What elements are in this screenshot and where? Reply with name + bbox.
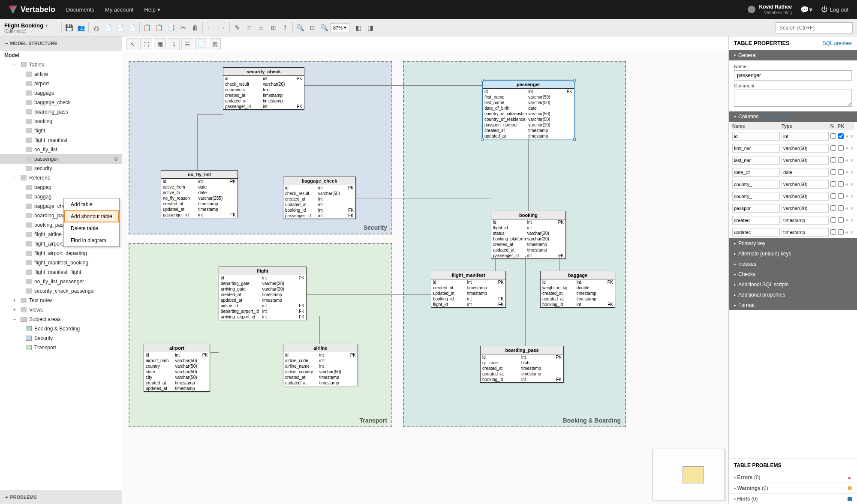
tree-table-flight_manifest[interactable]: flight_manifest xyxy=(0,135,122,145)
col-row[interactable]: ▾ ✕ xyxy=(731,154,854,166)
problems-errors[interactable]: Errors (0)▲ xyxy=(729,472,857,483)
model-structure-header[interactable]: MODEL STRUCTURE xyxy=(0,36,122,51)
chevron-down-icon[interactable]: ▾ xyxy=(846,134,848,139)
tree-sa-transport[interactable]: Transport xyxy=(0,343,122,352)
note-tool[interactable]: 📄 xyxy=(195,38,207,50)
col-row[interactable]: ▾ ✕ xyxy=(731,214,854,226)
pointer-tool[interactable]: ↖ xyxy=(126,38,138,50)
col-row[interactable]: ▾ ✕ xyxy=(731,142,854,154)
sql-preview-link[interactable]: SQL preview xyxy=(823,40,852,46)
er-boarding-pass[interactable]: boarding_passidintPKqr_codeblobcreated_a… xyxy=(480,346,564,383)
nav-account[interactable]: My account xyxy=(105,6,133,13)
section-additional-sql-scripts[interactable]: Additional SQL scripts xyxy=(729,279,857,290)
tree-table-baggage_check[interactable]: baggage_check xyxy=(0,98,122,107)
panel-left-icon[interactable]: ◧ xyxy=(352,22,364,34)
table-problems-header[interactable]: TABLE PROBLEMS xyxy=(729,459,857,472)
col-name-input[interactable] xyxy=(732,168,780,177)
tree-ref-flight_manifest_flight[interactable]: flight_manifest_flight xyxy=(0,267,122,277)
tree-table-baggage[interactable]: baggage xyxy=(0,88,122,98)
col-type-input[interactable] xyxy=(782,204,829,213)
panel-right-icon[interactable]: ◨ xyxy=(364,22,376,34)
zoom-in-icon[interactable]: 🔍 xyxy=(294,22,306,34)
section-format[interactable]: Format xyxy=(729,300,857,310)
col-n-checkbox[interactable] xyxy=(830,157,836,163)
delete-icon[interactable]: ✕ xyxy=(850,134,854,139)
zoom-out-icon[interactable]: 🔍 xyxy=(318,22,330,34)
print-icon[interactable]: 🖨 xyxy=(90,22,102,34)
save-icon[interactable]: 💾 xyxy=(63,22,75,34)
menu-delete-table[interactable]: Delete table xyxy=(64,222,119,234)
delete-icon[interactable]: ✕ xyxy=(850,218,854,223)
col-n-checkbox[interactable] xyxy=(830,193,836,199)
tree-tables[interactable]: −Tables xyxy=(0,60,122,69)
er-flight[interactable]: flightidintPKdeparting_gatevarchar(20)ar… xyxy=(219,267,307,320)
align-icon[interactable]: ≡ xyxy=(243,22,255,34)
add-column-link[interactable]: + Add column xyxy=(761,114,789,119)
section-alternate-unique-keys[interactable]: Alternate (unique) keys xyxy=(729,249,857,259)
duplicate-icon[interactable]: 📑 xyxy=(165,22,177,34)
section-indexes[interactable]: Indexes xyxy=(729,259,857,269)
menu-find-in-diagram[interactable]: Find in diagram xyxy=(64,234,119,246)
tree-views[interactable]: +Views xyxy=(0,305,122,315)
col-name-input[interactable] xyxy=(732,228,780,237)
delete-icon[interactable]: 🗑 xyxy=(189,22,201,34)
arrange-icon[interactable]: ⊞ xyxy=(267,22,279,34)
cut-icon[interactable]: ✂ xyxy=(177,22,189,34)
col-type-input[interactable] xyxy=(782,228,829,237)
col-row[interactable]: ▾ ✕ xyxy=(731,130,854,142)
col-pk-checkbox[interactable] xyxy=(838,157,844,163)
er-passenger[interactable]: passengeridintPKfirst_namevarchar(50)las… xyxy=(482,80,574,139)
delete-icon[interactable]: ✕ xyxy=(850,146,854,151)
problems-hints[interactable]: Hints (0) xyxy=(729,493,857,504)
tree-table-airport[interactable]: airport xyxy=(0,79,122,88)
col-type-input[interactable] xyxy=(782,168,829,177)
tree-table-booking[interactable]: booking xyxy=(0,117,122,126)
section-additional-properties[interactable]: Additional properties xyxy=(729,290,857,300)
col-type-input[interactable] xyxy=(782,156,829,165)
col-n-checkbox[interactable] xyxy=(830,133,836,139)
chevron-down-icon[interactable]: ▾ xyxy=(846,194,848,199)
minimap-viewport[interactable] xyxy=(683,466,704,483)
delete-icon[interactable]: ✕ xyxy=(850,194,854,199)
align2-icon[interactable]: ≣ xyxy=(255,22,267,34)
zoom-fit-icon[interactable]: ⊡ xyxy=(306,22,318,34)
col-pk-checkbox[interactable] xyxy=(838,229,844,235)
chevron-down-icon[interactable]: ▾ xyxy=(846,206,848,211)
tree-ref-flight_airport_departing[interactable]: flight_airport_departing xyxy=(0,249,122,258)
tree-table-airline[interactable]: airline xyxy=(0,69,122,79)
col-n-checkbox[interactable] xyxy=(830,181,836,187)
tree-ref-flight_manifest_booking[interactable]: flight_manifest_booking xyxy=(0,258,122,267)
col-name-input[interactable] xyxy=(732,132,780,141)
tree-root-model[interactable]: Model xyxy=(0,51,122,60)
col-type-input[interactable] xyxy=(782,192,829,201)
col-row[interactable]: ▾ ✕ xyxy=(731,166,854,178)
tree-table-boarding_pass[interactable]: boarding_pass xyxy=(0,107,122,117)
logout-button[interactable]: ⏻ Log out xyxy=(821,6,848,13)
section-columns[interactable]: Columns+ Add column xyxy=(729,111,857,122)
copy-icon[interactable]: 📋 xyxy=(141,22,153,34)
col-pk-checkbox[interactable] xyxy=(838,217,844,223)
col-type-input[interactable] xyxy=(782,132,829,141)
menu-add-table[interactable]: Add table xyxy=(64,198,119,210)
er-baggage[interactable]: baggageidintPKweight_in_kgdoublecreated_… xyxy=(540,271,615,308)
col-name-input[interactable] xyxy=(732,192,780,201)
col-row[interactable]: ▾ ✕ xyxy=(731,190,854,202)
chevron-down-icon[interactable]: ▾ xyxy=(846,182,848,187)
col-type-input[interactable] xyxy=(782,144,829,153)
col-pk-checkbox[interactable] xyxy=(838,205,844,211)
export-pdf-icon[interactable]: 📄 xyxy=(102,22,114,34)
tree-table-no_fly_list[interactable]: no_fly_list xyxy=(0,145,122,154)
er-baggage-check[interactable]: baggage_checkidintPKcheck_resultvarchar(… xyxy=(283,177,356,219)
view-tool[interactable]: ☰ xyxy=(181,38,193,50)
delete-icon[interactable]: ✕ xyxy=(850,170,854,175)
table-tool[interactable]: ▦ xyxy=(154,38,166,50)
edit-icon[interactable]: ✎ xyxy=(231,22,243,34)
delete-icon[interactable]: ✕ xyxy=(850,182,854,187)
er-airport[interactable]: airportidintPKairport_namvarchar(50)coun… xyxy=(144,344,210,392)
col-row[interactable]: ▾ ✕ xyxy=(731,226,854,238)
col-name-input[interactable] xyxy=(732,156,780,165)
tree-text-notes[interactable]: +Text notes xyxy=(0,296,122,305)
export-xml-icon[interactable]: 📄 xyxy=(126,22,138,34)
chat-icon[interactable]: 💬▾ xyxy=(800,6,812,14)
ref-tool[interactable]: ⤵ xyxy=(168,38,180,50)
